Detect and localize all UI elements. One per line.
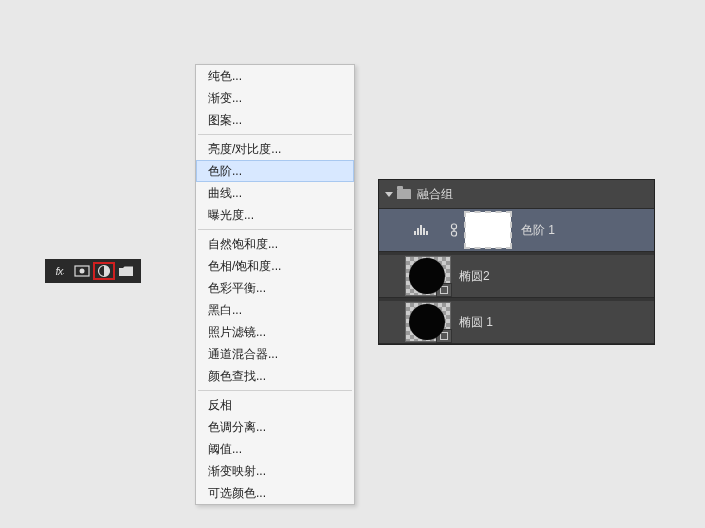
shape-layer-row[interactable]: 椭圆 1 [379, 301, 654, 344]
menu-threshold[interactable]: 阈值... [196, 438, 354, 460]
levels-icon [411, 223, 433, 237]
shape-layer-name: 椭圆2 [459, 268, 490, 285]
menu-curves[interactable]: 曲线... [196, 182, 354, 204]
layer-group-row[interactable]: 融合组 [379, 180, 654, 209]
menu-channel-mixer[interactable]: 通道混合器... [196, 343, 354, 365]
menu-selective-color[interactable]: 可选颜色... [196, 482, 354, 504]
mask-button[interactable] [71, 262, 93, 280]
svg-rect-4 [417, 228, 419, 235]
menu-color-balance[interactable]: 色彩平衡... [196, 277, 354, 299]
folder-icon [397, 189, 411, 199]
menu-invert[interactable]: 反相 [196, 394, 354, 416]
menu-separator [198, 134, 352, 135]
mask-thumbnail[interactable] [465, 212, 511, 248]
shape-layer-row[interactable]: 椭圆2 [379, 255, 654, 298]
menu-gradient-map[interactable]: 渐变映射... [196, 460, 354, 482]
disclosure-triangle-icon[interactable] [385, 192, 393, 197]
menu-photo-filter[interactable]: 照片滤镜... [196, 321, 354, 343]
svg-rect-5 [420, 225, 422, 235]
menu-levels[interactable]: 色阶... [196, 160, 354, 182]
menu-posterize[interactable]: 色调分离... [196, 416, 354, 438]
vector-shape-badge [436, 283, 452, 297]
group-name: 融合组 [417, 186, 453, 203]
adjustment-layer-menu: 纯色... 渐变... 图案... 亮度/对比度... 色阶... 曲线... … [195, 64, 355, 505]
link-icon[interactable] [447, 223, 461, 237]
layers-bottom-toolbar: fx. [45, 259, 141, 283]
menu-black-white[interactable]: 黑白... [196, 299, 354, 321]
adjustment-layer-button[interactable] [93, 262, 115, 280]
menu-pattern[interactable]: 图案... [196, 109, 354, 131]
menu-separator [198, 229, 352, 230]
menu-color-lookup[interactable]: 颜色查找... [196, 365, 354, 387]
layers-panel: 融合组 色阶 1 椭圆2 椭圆 1 [378, 179, 655, 345]
adjustment-layer-row[interactable]: 色阶 1 [379, 209, 654, 252]
svg-rect-7 [426, 231, 428, 235]
svg-point-1 [80, 269, 85, 274]
vector-shape-badge [436, 329, 452, 343]
group-button[interactable] [115, 262, 137, 280]
menu-vibrance[interactable]: 自然饱和度... [196, 233, 354, 255]
shape-layer-name: 椭圆 1 [459, 314, 493, 331]
menu-gradient[interactable]: 渐变... [196, 87, 354, 109]
fx-button[interactable]: fx. [49, 262, 71, 280]
menu-solid-color[interactable]: 纯色... [196, 65, 354, 87]
shape-thumbnail[interactable] [405, 302, 451, 342]
adjustment-layer-name: 色阶 1 [521, 222, 555, 239]
menu-hue-sat[interactable]: 色相/饱和度... [196, 255, 354, 277]
menu-exposure[interactable]: 曝光度... [196, 204, 354, 226]
menu-brightness-contrast[interactable]: 亮度/对比度... [196, 138, 354, 160]
shape-thumbnail[interactable] [405, 256, 451, 296]
menu-separator [198, 390, 352, 391]
svg-rect-6 [423, 228, 425, 235]
svg-rect-3 [414, 231, 416, 235]
